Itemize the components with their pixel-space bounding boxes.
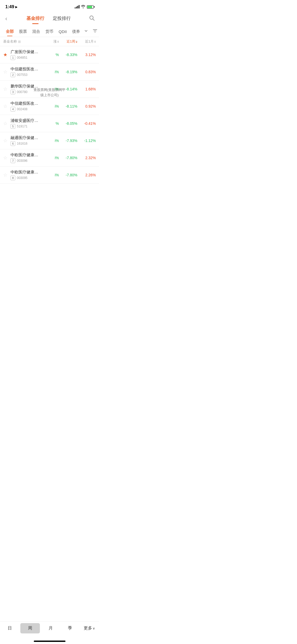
fund-col2-4: -8.11% [59, 104, 77, 108]
fund-col2-8: -7.80% [59, 173, 77, 177]
signal-icon [75, 5, 79, 8]
filter-tab-mix[interactable]: 混合 [30, 27, 43, 36]
fund-col1-4: i% [40, 104, 59, 108]
fund-name-2[interactable]: 中信建投医改混合C [11, 67, 40, 72]
fund-col2-7: -7.80% [59, 156, 77, 160]
fund-col3-7: 2.32% [77, 156, 96, 160]
svg-line-1 [93, 19, 94, 20]
fund-col3-4: 0.92% [77, 104, 96, 108]
fund-col1-5: % [40, 121, 59, 126]
fund-info-2: 中信建投医改混合C 2 007553 [11, 67, 40, 77]
filter-tab-qdii[interactable]: QDII [56, 28, 69, 36]
fund-col3-5: -0.41% [77, 121, 96, 126]
fund-rank-1: 1 [11, 55, 15, 60]
star-icon-1[interactable]: ★ [3, 52, 11, 58]
fund-col2-6: -7.93% [59, 139, 77, 143]
star-icon-2[interactable]: ☆ [3, 69, 11, 75]
fund-rank-3: 3 [11, 90, 15, 94]
fund-name-3[interactable]: 鹏华医疗保健股票 [11, 84, 40, 89]
table-row: ☆ 融通医疗保健行业混合 6 161616 i% -7.93% -1.12% [0, 132, 99, 149]
fund-info-8: 中欧医疗健康混合A 8 003095 [11, 170, 40, 180]
fund-col1-3: i% [40, 87, 59, 91]
table-row: ☆ 中欧医疗健康混合A 8 003095 i% -7.80% 2.26% [0, 167, 99, 184]
fund-rank-5: 5 [11, 124, 15, 129]
star-icon-6[interactable]: ☆ [3, 138, 11, 144]
filter-bar: 全部 股票 混合 货币 QDII 债券 [0, 25, 99, 37]
table-row: ☆ 浦银安盛医疗健康混合 5 519171 % -8.05% -0.41% [0, 115, 99, 132]
back-button[interactable]: ‹ [4, 14, 8, 23]
filter-tab-stock[interactable]: 股票 [16, 27, 30, 36]
fund-code-1: 004851 [17, 56, 27, 59]
fund-code-6: 161616 [17, 142, 27, 145]
nav-tabs: 基金排行 定投排行 [26, 15, 71, 22]
filter-funnel-icon[interactable] [92, 27, 98, 37]
fund-col1-1: % [40, 53, 59, 57]
fund-col2-5: -8.05% [59, 121, 77, 126]
fund-info-3: 鹏华医疗保健股票 3 000780 [11, 84, 40, 94]
fund-col1-2: i% [40, 70, 59, 74]
star-icon-5[interactable]: ☆ [3, 121, 11, 126]
search-icon[interactable] [89, 15, 95, 22]
fund-name-8[interactable]: 中欧医疗健康混合A [11, 170, 40, 175]
fund-info-7: 中欧医疗健康混合C 7 003096 [11, 153, 40, 163]
fund-code-3: 000780 [17, 90, 27, 94]
fund-col1-7: i% [40, 156, 59, 160]
fund-name-4[interactable]: 中信建投医改混合A [11, 101, 40, 106]
fund-col2-1: -8.33% [59, 53, 77, 57]
table-row: ☆ 鹏华医疗保健股票 3 000780 i% -8.14% 1.68% [0, 81, 99, 98]
th-col2-week[interactable]: 近1周 [59, 39, 77, 44]
fund-code-4: 002408 [17, 107, 27, 111]
star-icon-3[interactable]: ☆ [3, 86, 11, 92]
star-icon-8[interactable]: ☆ [3, 172, 11, 178]
sort-arrow-month [94, 40, 96, 43]
fund-col3-1: 3.12% [77, 53, 96, 57]
fund-col1-6: i% [40, 139, 59, 143]
fund-code-8: 003095 [17, 176, 27, 180]
fund-name-1[interactable]: 广发医疗保健股票 [11, 49, 40, 54]
fund-rank-6: 6 [11, 141, 15, 146]
fund-code-2: 007553 [17, 73, 27, 77]
wifi-icon [81, 5, 85, 9]
tab-fixed-invest-rank[interactable]: 定投排行 [53, 15, 71, 22]
nav-bar: ‹ 基金排行 定投排行 [0, 12, 99, 25]
tab-fund-rank[interactable]: 基金排行 [26, 15, 44, 22]
th-col3-month[interactable]: 近1月 [77, 39, 96, 44]
fund-info-1: 广发医疗保健股票 1 004851 [11, 49, 40, 60]
fund-col1-8: i% [40, 173, 59, 177]
status-time: 1:49 [5, 4, 14, 10]
filter-tab-bond[interactable]: 债券 [69, 27, 83, 36]
star-icon-7[interactable]: ☆ [3, 155, 11, 161]
fund-col2-2: -8.19% [59, 70, 77, 74]
th-col1[interactable]: 涨 [40, 39, 59, 44]
fund-name-5[interactable]: 浦银安盛医疗健康混合 [11, 118, 40, 123]
fund-name-7[interactable]: 中欧医疗健康混合C [11, 153, 40, 158]
fund-info-4: 中信建投医改混合A 4 002408 [11, 101, 40, 112]
status-icons [75, 5, 94, 9]
fund-col3-8: 2.26% [77, 173, 96, 177]
fund-col3-2: 0.83% [77, 70, 96, 74]
table-row: ☆ 中信建投医改混合A 4 002408 i% -8.11% 0.92% [0, 98, 99, 115]
fund-rank-7: 7 [11, 158, 15, 163]
table-row: ★ 广发医疗保健股票 1 004851 % -8.33% 3.12% [0, 46, 99, 63]
fund-info-5: 浦银安盛医疗健康混合 5 519171 [11, 118, 40, 129]
compare-icon[interactable]: ⊞ [18, 40, 21, 44]
fund-name-6[interactable]: 融通医疗保健行业混合 [11, 135, 40, 140]
fund-col3-6: -1.12% [77, 139, 96, 143]
table-row: ☆ 中信建投医改混合C 2 007553 i% -8.19% 0.83% [0, 63, 99, 81]
th-fund-name: 基金名称 ⊞ [3, 39, 40, 44]
filter-tab-all[interactable]: 全部 [3, 27, 16, 36]
fund-info-6: 融通医疗保健行业混合 6 161616 [11, 135, 40, 146]
fund-list: ★ 广发医疗保健股票 1 004851 % -8.33% 3.12% ☆ 中信建… [0, 46, 99, 208]
star-icon-4[interactable]: ☆ [3, 103, 11, 109]
table-row: ☆ 中欧医疗健康混合C 7 003096 i% -7.80% 2.32% [0, 149, 99, 167]
filter-tab-currency[interactable]: 货币 [43, 27, 56, 36]
fund-rows-with-watermark: ☆ 中信建投医改混合C 2 007553 i% -8.19% 0.83% ☆ 鹏… [0, 63, 99, 115]
fund-col2-3: -8.14% [59, 87, 77, 91]
battery-icon [87, 5, 94, 9]
fund-code-7: 003096 [17, 159, 27, 163]
fund-rank-8: 8 [11, 176, 15, 180]
filter-more-icon[interactable] [83, 27, 89, 37]
table-header: 基金名称 ⊞ 涨 近1周 近1月 [0, 37, 99, 46]
location-icon: ▶ [15, 5, 17, 9]
fund-col3-3: 1.68% [77, 87, 96, 91]
